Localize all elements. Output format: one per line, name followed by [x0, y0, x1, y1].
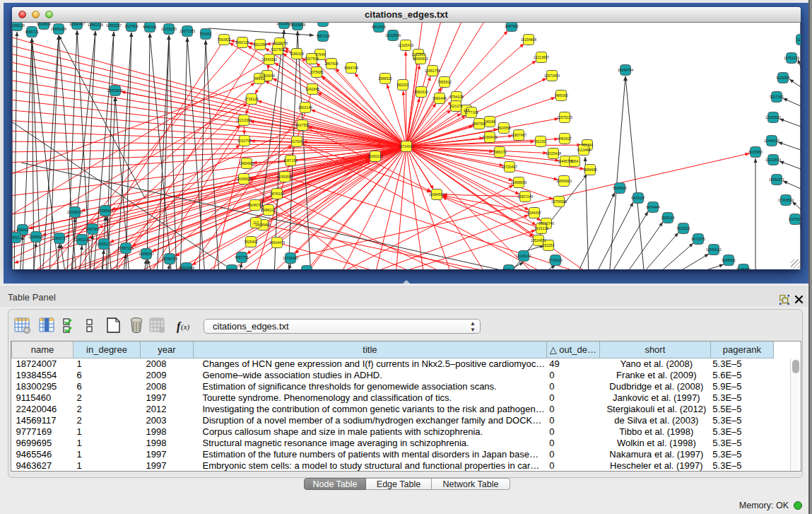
svg-text:7632621: 7632621 — [676, 226, 690, 230]
svg-text:20691406: 20691406 — [51, 27, 66, 31]
svg-text:10961758: 10961758 — [425, 69, 440, 73]
svg-text:11173: 11173 — [796, 37, 801, 42]
svg-text:17957225: 17957225 — [118, 246, 134, 250]
svg-text:12505135: 12505135 — [96, 242, 112, 246]
svg-text:11325419: 11325419 — [398, 43, 413, 47]
svg-text:11451194: 11451194 — [74, 238, 90, 242]
svg-text:3915: 3915 — [12, 235, 20, 240]
svg-text:9184067: 9184067 — [527, 211, 541, 215]
svg-text:835061: 835061 — [17, 228, 29, 232]
svg-text:10654112: 10654112 — [706, 247, 722, 252]
svg-text:9113468: 9113468 — [577, 148, 590, 152]
svg-text:8878332: 8878332 — [270, 192, 284, 196]
svg-text:9364: 9364 — [570, 159, 578, 163]
svg-text:9397568: 9397568 — [86, 227, 100, 231]
svg-text:3375685: 3375685 — [310, 70, 324, 74]
svg-text:8215953: 8215953 — [748, 150, 763, 154]
svg-text:16782759: 16782759 — [162, 257, 177, 261]
svg-text:2718126: 2718126 — [245, 97, 259, 101]
svg-text:12975115: 12975115 — [557, 115, 572, 119]
svg-text:1527602: 1527602 — [124, 24, 139, 28]
svg-text:1167533: 1167533 — [788, 217, 801, 221]
svg-text:62160: 62160 — [536, 139, 546, 144]
svg-text:10958187: 10958187 — [139, 252, 154, 256]
svg-text:9129966: 9129966 — [776, 76, 790, 80]
svg-text:9327508: 9327508 — [305, 57, 319, 61]
svg-text:19654923: 19654923 — [556, 179, 572, 183]
svg-text:2935114: 2935114 — [661, 216, 674, 220]
svg-text:16210643: 16210643 — [765, 158, 781, 162]
svg-text:20206536: 20206536 — [67, 210, 83, 214]
svg-text:1588520: 1588520 — [378, 76, 392, 81]
svg-text:20053546: 20053546 — [107, 88, 123, 93]
svg-text:(x): (x) — [181, 322, 190, 332]
svg-text:1621072: 1621072 — [449, 104, 463, 108]
svg-text:16648784: 16648784 — [618, 68, 633, 72]
svg-text:10719155: 10719155 — [161, 27, 177, 31]
svg-text:6794028: 6794028 — [449, 95, 464, 99]
svg-text:16671355: 16671355 — [180, 29, 195, 33]
svg-text:7857224: 7857224 — [316, 34, 330, 38]
svg-text:19654985: 19654985 — [239, 161, 254, 165]
svg-text:17016504: 17016504 — [778, 198, 794, 202]
svg-text:12093582: 12093582 — [765, 115, 781, 119]
svg-text:7485063: 7485063 — [554, 93, 568, 98]
svg-text:19384554: 19384554 — [429, 192, 445, 197]
svg-text:17359924: 17359924 — [98, 209, 113, 213]
svg-text:9245652: 9245652 — [736, 267, 751, 269]
svg-text:2087682: 2087682 — [505, 24, 519, 28]
svg-text:951344: 951344 — [582, 143, 594, 147]
svg-text:11861326: 11861326 — [88, 23, 103, 27]
svg-text:252254: 252254 — [543, 243, 555, 247]
svg-text:8912954: 8912954 — [253, 42, 267, 47]
svg-text:18724007: 18724007 — [399, 144, 414, 148]
svg-text:7563822: 7563822 — [217, 37, 231, 42]
svg-text:12213383: 12213383 — [236, 118, 252, 122]
svg-text:9049915: 9049915 — [316, 23, 330, 23]
svg-text:15716485: 15716485 — [283, 256, 298, 260]
svg-text:26300215: 26300215 — [367, 154, 383, 158]
svg-text:12213967: 12213967 — [534, 55, 549, 59]
svg-text:15751074: 15751074 — [784, 56, 799, 60]
svg-text:98965: 98965 — [254, 76, 264, 81]
svg-text:12942737: 12942737 — [52, 236, 67, 240]
svg-text:8813054: 8813054 — [372, 25, 386, 29]
svg-text:882203: 882203 — [397, 83, 409, 87]
svg-text:9777169: 9777169 — [464, 110, 478, 115]
svg-text:2803144: 2803144 — [298, 105, 312, 110]
svg-text:11156829: 11156829 — [28, 235, 44, 239]
svg-text:15226058: 15226058 — [272, 41, 288, 45]
svg-text:6466161: 6466161 — [143, 25, 157, 29]
svg-text:10973493: 10973493 — [544, 74, 560, 78]
svg-text:13524851: 13524851 — [531, 238, 546, 243]
svg-text:9327503: 9327503 — [271, 47, 285, 52]
svg-text:16046798: 16046798 — [247, 203, 263, 207]
svg-text:12923468: 12923468 — [179, 266, 194, 269]
svg-text:9242848: 9242848 — [305, 87, 319, 91]
svg-text:8427552: 8427552 — [295, 123, 310, 127]
svg-text:9245652: 9245652 — [722, 258, 736, 262]
svg-text:7625402: 7625402 — [244, 240, 258, 244]
svg-text:15692971: 15692971 — [769, 177, 784, 182]
svg-text:19756928: 19756928 — [551, 199, 567, 204]
svg-text:12353594: 12353594 — [277, 175, 293, 179]
svg-text:9227342: 9227342 — [770, 95, 784, 99]
svg-text:9634509: 9634509 — [37, 23, 51, 26]
svg-text:21066136: 21066136 — [12, 23, 25, 28]
svg-text:9457791: 9457791 — [235, 255, 249, 259]
svg-text:3824554: 3824554 — [497, 126, 511, 130]
svg-text:7955812: 7955812 — [437, 80, 452, 84]
svg-text:10807487: 10807487 — [511, 133, 526, 137]
svg-text:10082467: 10082467 — [69, 23, 85, 26]
svg-text:16154808: 16154808 — [521, 37, 536, 42]
svg-text:12444193: 12444193 — [764, 139, 779, 143]
svg-text:15720407: 15720407 — [502, 165, 517, 169]
svg-text:16543382: 16543382 — [261, 57, 277, 62]
svg-text:6479197: 6479197 — [631, 196, 645, 200]
svg-text:7986372: 7986372 — [493, 150, 507, 154]
svg-text:19218506: 19218506 — [385, 33, 401, 37]
svg-text:10688609: 10688609 — [511, 180, 526, 185]
svg-text:16914479: 16914479 — [269, 240, 285, 245]
svg-text:8267150: 8267150 — [283, 158, 298, 163]
svg-text:8186328: 8186328 — [290, 52, 304, 56]
